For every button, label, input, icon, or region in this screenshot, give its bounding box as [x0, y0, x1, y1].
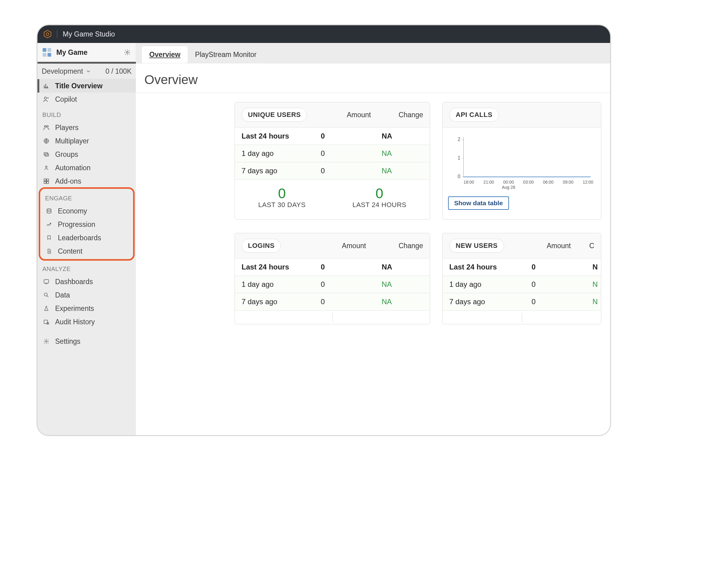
x-tick: 09:00: [563, 180, 573, 185]
svg-point-1: [46, 33, 49, 36]
sidebar-item-economy[interactable]: Economy: [40, 204, 133, 218]
globe-icon: [42, 138, 50, 144]
sidebar-item-label: Multiplayer: [55, 137, 89, 145]
sidebar-item-copilot[interactable]: Copilot: [37, 92, 136, 106]
sidebar-item-label: Data: [55, 291, 70, 299]
sidebar-item-players[interactable]: Players: [37, 121, 136, 134]
card-title-pill[interactable]: API CALLS: [449, 108, 499, 122]
card-title-pill[interactable]: NEW USERS: [449, 239, 504, 253]
summary-30-days: 0 LAST 30 DAYS: [258, 185, 306, 209]
row-change: NA: [382, 167, 423, 175]
sidebar-item-automation[interactable]: Automation: [37, 161, 136, 175]
col-change: Change: [399, 242, 423, 250]
sidebar-item-multiplayer[interactable]: Multiplayer: [37, 134, 136, 148]
sidebar-item-data[interactable]: Data: [37, 288, 136, 302]
studio-name[interactable]: My Game Studio: [63, 30, 115, 38]
sidebar-item-content[interactable]: Content: [40, 245, 133, 258]
row-label: 7 days ago: [242, 167, 321, 175]
sidebar-item-label: Title Overview: [55, 82, 103, 90]
sidebar: My Game Development 0 / 100K: [37, 43, 136, 435]
sidebar-item-label: Leaderboards: [58, 234, 101, 242]
history-icon: [42, 319, 50, 325]
section-label-analyze: ANALYZE: [37, 260, 136, 275]
show-data-table-button[interactable]: Show data table: [448, 196, 509, 210]
col-amount: Amount: [342, 242, 366, 250]
row-label: 7 days ago: [242, 297, 321, 306]
col-amount: Amount: [547, 242, 571, 250]
bar-chart-icon: [42, 83, 50, 89]
svg-rect-2: [43, 48, 46, 52]
row-label: 1 day ago: [242, 149, 321, 158]
row-amount: 0: [321, 149, 382, 158]
playfab-logo-icon: [43, 30, 52, 39]
sidebar-nav: Title Overview Copilot BUILD Players: [37, 79, 136, 435]
svg-point-13: [46, 166, 47, 168]
card-title-pill[interactable]: LOGINS: [242, 239, 281, 253]
environment-selector[interactable]: Development 0 / 100K: [37, 64, 136, 79]
svg-rect-14: [44, 179, 46, 181]
api-calls-chart: 2 1 0: [448, 132, 595, 193]
sidebar-item-dashboards[interactable]: Dashboards: [37, 275, 136, 288]
row-label: 7 days ago: [449, 297, 531, 306]
gear-icon: [42, 338, 50, 344]
x-tick: 03:00: [523, 180, 534, 185]
sidebar-item-progression[interactable]: Progression: [40, 218, 133, 231]
groups-icon: [42, 151, 50, 158]
game-selector[interactable]: My Game: [37, 43, 136, 62]
svg-rect-12: [45, 154, 49, 156]
content-area: Overview UNIQUE USERS Amount Change Last…: [136, 63, 610, 435]
row-change: NA: [382, 263, 423, 271]
gear-icon[interactable]: [124, 49, 131, 56]
section-label-engage: ENGAGE: [40, 190, 133, 204]
svg-rect-16: [44, 182, 46, 184]
x-tick: 06:00: [543, 180, 554, 185]
sidebar-item-label: Automation: [55, 164, 90, 172]
app-window: My Game Studio My Game: [37, 24, 611, 436]
sidebar-item-label: Players: [55, 123, 78, 132]
col-amount: Amount: [346, 111, 371, 119]
leaderboards-icon: [45, 235, 53, 241]
copilot-icon: [42, 96, 50, 102]
sidebar-item-label: Dashboards: [55, 278, 93, 286]
flask-icon: [42, 305, 50, 311]
summary-24-hours: 0 LAST 24 HOURS: [352, 185, 406, 209]
divider: [136, 92, 610, 93]
row-label: 1 day ago: [449, 280, 531, 289]
x-tick: 18:00: [464, 180, 474, 185]
row-change: N: [592, 297, 601, 306]
x-sublabel: Aug 28: [502, 185, 515, 190]
sidebar-item-groups[interactable]: Groups: [37, 148, 136, 161]
row-change: N: [592, 280, 601, 289]
svg-rect-15: [47, 179, 49, 181]
card-header: API CALLS: [443, 102, 601, 127]
tab-playstream-monitor[interactable]: PlayStream Monitor: [188, 46, 264, 63]
row-label: Last 24 hours: [449, 263, 531, 271]
summary-label: LAST 30 DAYS: [258, 201, 306, 209]
sidebar-item-addons[interactable]: Add-ons: [37, 175, 136, 188]
sidebar-item-audit-history[interactable]: Audit History: [37, 315, 136, 328]
svg-rect-11: [44, 153, 48, 155]
sidebar-item-title-overview[interactable]: Title Overview: [37, 79, 136, 92]
sidebar-item-label: Copilot: [55, 95, 77, 103]
sidebar-item-label: Add-ons: [55, 177, 81, 186]
y-tick: 2: [458, 137, 461, 142]
card-title-pill[interactable]: UNIQUE USERS: [242, 108, 307, 122]
search-icon: [42, 292, 50, 298]
sidebar-item-leaderboards[interactable]: Leaderboards: [40, 231, 133, 245]
summary-value: 0: [258, 185, 306, 202]
summary-row: 0 LAST 30 DAYS 0 LAST 24 HOURS: [235, 180, 430, 210]
row-label: Last 24 hours: [242, 263, 321, 271]
row-change: N: [592, 263, 601, 271]
table-row: Last 24 hours 0 NA: [235, 127, 430, 145]
sidebar-item-experiments[interactable]: Experiments: [37, 302, 136, 315]
tab-bar: Overview PlayStream Monitor: [136, 43, 610, 63]
sidebar-item-label: Progression: [58, 221, 95, 229]
tab-overview[interactable]: Overview: [142, 46, 188, 63]
svg-marker-0: [44, 30, 51, 38]
sidebar-item-label: Audit History: [55, 318, 95, 326]
table-row: 7 days ago 0 N: [443, 293, 601, 311]
row-change: NA: [382, 297, 423, 306]
sidebar-item-settings[interactable]: Settings: [37, 335, 136, 348]
svg-point-9: [47, 126, 48, 127]
row-amount: 0: [321, 167, 382, 175]
